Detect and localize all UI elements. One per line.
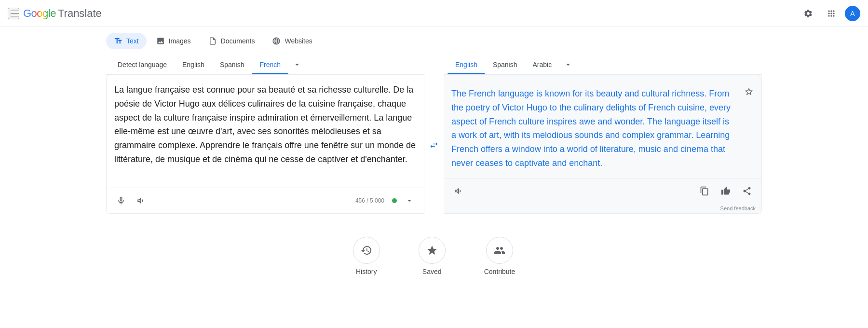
history-label: History bbox=[356, 268, 377, 275]
save-translation-button[interactable] bbox=[740, 83, 758, 100]
star-outline-icon bbox=[744, 87, 754, 96]
header-right: A bbox=[799, 4, 860, 23]
google-apps-icon bbox=[827, 9, 836, 18]
target-panel-footer bbox=[444, 178, 761, 204]
saved-label: Saved bbox=[422, 268, 442, 275]
source-lang-bar: Detect language English Spanish French bbox=[106, 55, 424, 75]
swap-icon bbox=[429, 140, 439, 150]
share-icon bbox=[742, 186, 752, 196]
source-footer-right: 456 / 5,000 bbox=[355, 192, 418, 209]
thumbsup-icon bbox=[721, 186, 731, 196]
tab-text[interactable]: Text bbox=[106, 33, 147, 49]
history-nav-icon bbox=[353, 237, 380, 264]
swap-languages-button[interactable] bbox=[424, 136, 444, 155]
mode-tabs-nav: Text Images Documents Websites bbox=[0, 27, 868, 55]
contribute-nav-icon bbox=[486, 237, 513, 264]
more-options-icon bbox=[406, 197, 413, 205]
source-panel: La langue française est connue pour sa b… bbox=[106, 75, 424, 214]
settings-icon bbox=[803, 9, 813, 18]
tab-websites[interactable]: Websites bbox=[264, 33, 320, 49]
source-more-options-button[interactable] bbox=[401, 192, 418, 209]
text-tab-icon bbox=[114, 37, 122, 45]
active-indicator bbox=[392, 198, 397, 203]
people-icon bbox=[494, 245, 505, 256]
source-listen-button[interactable] bbox=[112, 192, 130, 209]
avatar[interactable]: A bbox=[845, 6, 860, 21]
source-panel-footer: 456 / 5,000 bbox=[107, 188, 424, 213]
history-nav-item[interactable]: History bbox=[353, 237, 380, 275]
target-spanish-button[interactable]: Spanish bbox=[485, 55, 525, 74]
send-feedback-link[interactable]: Send feedback bbox=[444, 204, 761, 213]
header-left: Google Translate bbox=[8, 7, 102, 20]
source-text-input[interactable]: La langue française est connue pour sa b… bbox=[107, 75, 424, 188]
share-translation-button[interactable] bbox=[738, 182, 756, 200]
target-arabic-button[interactable]: Arabic bbox=[525, 55, 560, 74]
target-listen-button[interactable] bbox=[449, 182, 467, 200]
tab-documents[interactable]: Documents bbox=[201, 33, 263, 49]
documents-tab-icon bbox=[208, 37, 217, 45]
suggest-edit-button[interactable] bbox=[717, 182, 734, 200]
app-title: Translate bbox=[58, 7, 102, 20]
source-volume-button[interactable] bbox=[132, 192, 149, 209]
settings-button[interactable] bbox=[799, 4, 818, 23]
copy-translation-button[interactable] bbox=[696, 182, 713, 200]
source-spanish-button[interactable]: Spanish bbox=[212, 55, 252, 74]
chevron-down-icon-right bbox=[564, 60, 572, 69]
hamburger-menu-button[interactable] bbox=[8, 8, 19, 19]
star-icon bbox=[426, 245, 438, 256]
target-footer-left bbox=[449, 182, 467, 200]
microphone-icon bbox=[116, 196, 126, 205]
target-panel: The French language is known for its bea… bbox=[444, 75, 762, 214]
saved-nav-item[interactable]: Saved bbox=[419, 237, 446, 275]
bottom-nav: History Saved Contribute bbox=[0, 237, 868, 291]
right-panel-container: English Spanish Arabic The French langua… bbox=[444, 55, 762, 214]
chevron-down-icon bbox=[293, 60, 301, 69]
target-volume-icon bbox=[453, 186, 463, 196]
saved-nav-icon bbox=[419, 237, 446, 264]
target-english-button[interactable]: English bbox=[448, 55, 485, 74]
tab-images[interactable]: Images bbox=[149, 33, 199, 49]
translator-container: Detect language English Spanish French L… bbox=[0, 55, 868, 214]
target-lang-bar: English Spanish Arabic bbox=[444, 55, 762, 75]
source-english-button[interactable]: English bbox=[175, 55, 212, 74]
source-footer-left bbox=[112, 192, 149, 209]
images-tab-icon bbox=[156, 37, 165, 45]
target-footer-right bbox=[696, 182, 756, 200]
app-header: Google Translate A bbox=[0, 0, 868, 27]
contribute-nav-item[interactable]: Contribute bbox=[484, 237, 515, 275]
volume-icon bbox=[136, 196, 145, 205]
detect-language-button[interactable]: Detect language bbox=[110, 55, 175, 74]
logo-area: Google Translate bbox=[23, 7, 102, 20]
source-more-languages-button[interactable] bbox=[288, 56, 306, 73]
char-count: 456 / 5,000 bbox=[355, 197, 384, 204]
google-apps-button[interactable] bbox=[822, 4, 841, 23]
google-logo: Google bbox=[23, 7, 56, 20]
websites-tab-icon bbox=[272, 37, 281, 45]
history-icon bbox=[361, 245, 372, 256]
translated-text: The French language is known for its bea… bbox=[444, 79, 740, 178]
contribute-label: Contribute bbox=[484, 268, 515, 275]
target-more-languages-button[interactable] bbox=[559, 56, 577, 73]
copy-icon bbox=[700, 186, 709, 196]
source-french-button[interactable]: French bbox=[252, 55, 288, 74]
left-panel-container: Detect language English Spanish French L… bbox=[106, 55, 424, 214]
